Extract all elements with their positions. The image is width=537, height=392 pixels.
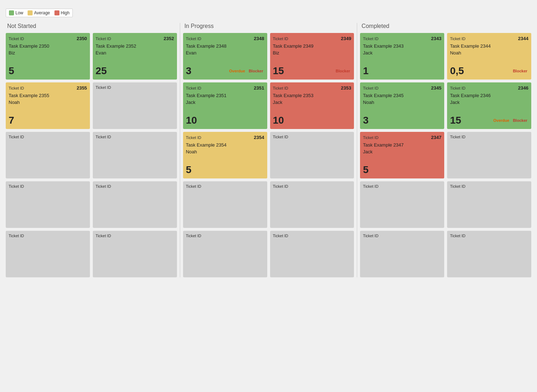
card[interactable]: Ticket ID 2344 Task Example 2344 Noah 0,… (447, 33, 531, 80)
card-ticket-label: Ticket ID (363, 37, 378, 41)
column-cards: Ticket ID 2343 Task Example 2343 Jack 1 (360, 33, 531, 277)
card[interactable]: Ticket ID (360, 231, 444, 277)
card[interactable]: Ticket ID 2348 Task Example 2348 Evan 3 … (183, 33, 267, 80)
card-header-inner: Ticket ID 2350 (9, 36, 87, 41)
card-footer: 15 Overdue Blocker (450, 115, 528, 126)
card-header-inner: Ticket ID 2349 (273, 36, 351, 41)
card-header-inner: Ticket ID 2343 (363, 36, 441, 41)
card[interactable]: Ticket ID 2350 Task Example 2350 Biz 5 (6, 33, 90, 80)
card-person: Jack (363, 149, 441, 154)
card[interactable]: Ticket ID (183, 231, 267, 277)
card-label-empty: Ticket ID (273, 234, 288, 238)
card-footer: 15 Blocker (273, 65, 351, 77)
card-id: 2347 (431, 135, 441, 140)
card-label-empty: Ticket ID (186, 184, 201, 188)
card-ticket-label: Ticket ID (186, 86, 201, 90)
card-label-empty: Ticket ID (363, 234, 378, 238)
card-id: 2345 (431, 85, 441, 91)
card[interactable]: Ticket ID (93, 132, 177, 178)
card-person: Noah (9, 100, 87, 105)
card-ticket-label: Ticket ID (450, 86, 465, 90)
card-col-2-0: Ticket ID 2343 Task Example 2343 Jack 1 (360, 33, 444, 277)
column-group-2: Completed Ticket ID 2343 Task Example 23… (357, 23, 531, 277)
card[interactable]: Ticket ID (93, 181, 177, 228)
card-id: 2346 (518, 85, 528, 91)
card-ticket-label: Ticket ID (186, 37, 201, 41)
card[interactable]: Ticket ID 2343 Task Example 2343 Jack 1 (360, 33, 444, 80)
legend-item: Average (28, 10, 50, 15)
legend-label: Average (34, 10, 50, 15)
card[interactable]: Ticket ID 2352 Task Example 2352 Evan 25 (93, 33, 177, 80)
card[interactable]: Ticket ID 2351 Task Example 2351 Jack 10 (183, 82, 267, 129)
card[interactable]: Ticket ID (270, 231, 354, 277)
card-id: 2352 (164, 36, 174, 41)
overdue-badge: Overdue (228, 68, 246, 73)
card[interactable]: Ticket ID 2353 Task Example 2353 Jack 10 (270, 82, 354, 129)
card-number: 5 (186, 164, 192, 176)
card-footer: 3 Overdue Blocker (186, 65, 264, 77)
card-header-inner: Ticket ID 2352 (96, 36, 174, 41)
card-label-empty: Ticket ID (96, 234, 111, 238)
card-person: Jack (273, 100, 351, 105)
card[interactable]: Ticket ID 2349 Task Example 2349 Biz 15 … (270, 33, 354, 80)
card-header-inner: Ticket ID 2344 (450, 36, 528, 41)
card-title: Task Example 2347 (363, 142, 441, 148)
card-header-inner: Ticket ID 2348 (186, 36, 264, 41)
card[interactable]: Ticket ID (447, 132, 531, 178)
card-title: Task Example 2352 (96, 43, 174, 49)
card[interactable]: Ticket ID (447, 181, 531, 228)
card-number: 10 (186, 115, 197, 126)
column-header: Completed (360, 23, 531, 29)
card[interactable]: Ticket ID 2346 Task Example 2346 Jack 15… (447, 82, 531, 129)
card[interactable]: Ticket ID 2347 Task Example 2347 Jack 5 (360, 132, 444, 178)
card-header-inner: Ticket ID 2346 (450, 85, 528, 91)
card[interactable]: Ticket ID (360, 181, 444, 228)
card-number: 3 (363, 115, 369, 126)
card[interactable]: Ticket ID 2355 Task Example 2355 Noah 7 (6, 82, 90, 129)
card-id: 2351 (254, 85, 264, 91)
blocker-badge: Blocker (512, 68, 528, 73)
card-title: Task Example 2354 (186, 142, 264, 148)
card[interactable]: Ticket ID (93, 231, 177, 277)
card-person: Noah (363, 100, 441, 105)
card[interactable]: Ticket ID (6, 132, 90, 178)
card-id: 2344 (518, 36, 528, 41)
card-person: Jack (450, 100, 528, 105)
card-footer: 10 (273, 115, 351, 126)
card-footer: 5 (9, 65, 87, 77)
card-badges: Overdue Blocker (228, 68, 264, 73)
card-label-empty: Ticket ID (186, 234, 201, 238)
card[interactable]: Ticket ID (93, 82, 177, 129)
card-title: Task Example 2350 (9, 43, 87, 49)
card[interactable]: Ticket ID 2345 Task Example 2345 Noah 3 (360, 82, 444, 129)
card-badges: Overdue Blocker (492, 118, 528, 123)
column-group-0: Not Started Ticket ID 2350 Task Example … (6, 23, 180, 277)
card[interactable]: Ticket ID (447, 231, 531, 277)
card-title: Task Example 2355 (9, 93, 87, 98)
card-footer: 10 (186, 115, 264, 126)
card-label-empty: Ticket ID (96, 85, 111, 90)
card-label-empty: Ticket ID (96, 184, 111, 188)
card[interactable]: Ticket ID (6, 231, 90, 277)
card-id: 2349 (341, 36, 351, 41)
card-person: Biz (9, 50, 87, 56)
card-badges: Blocker (335, 68, 351, 73)
card-label-empty: Ticket ID (363, 184, 378, 188)
card-col-1-0: Ticket ID 2348 Task Example 2348 Evan 3 … (183, 33, 267, 277)
card-person: Evan (96, 50, 174, 56)
column-cards: Ticket ID 2348 Task Example 2348 Evan 3 … (183, 33, 354, 277)
card[interactable]: Ticket ID (6, 181, 90, 228)
card[interactable]: Ticket ID (270, 181, 354, 228)
overdue-badge: Overdue (492, 118, 510, 123)
card-footer: 7 (9, 115, 87, 126)
card[interactable]: Ticket ID (183, 181, 267, 228)
card-number: 15 (450, 115, 461, 126)
card-number: 0,5 (450, 65, 464, 77)
card[interactable]: Ticket ID (270, 132, 354, 178)
card-label-empty: Ticket ID (273, 135, 288, 139)
card-ticket-label: Ticket ID (273, 86, 288, 90)
card[interactable]: Ticket ID 2354 Task Example 2354 Noah 5 (183, 132, 267, 178)
card-person: Jack (186, 100, 264, 105)
column-header: Not Started (6, 23, 177, 29)
card-title: Task Example 2349 (273, 43, 351, 49)
